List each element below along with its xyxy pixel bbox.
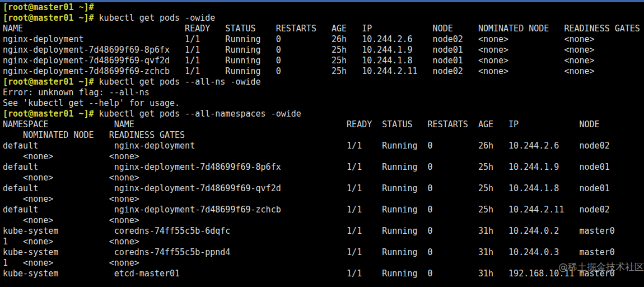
terminal-text: kubectl get pods -owide xyxy=(94,13,216,23)
terminal-text: nginx-deployment-7d48699f69-zchcb 1/1 Ru… xyxy=(3,66,595,76)
shell-prompt: [root@master01 ~]# xyxy=(3,2,94,12)
terminal-text: <none> <none> xyxy=(3,194,139,204)
terminal-line: nginx-deployment-7d48699f69-8p6fx 1/1 Ru… xyxy=(3,45,644,55)
terminal-text: <none> <none> xyxy=(3,151,139,161)
terminal-text: nginx-deployment-7d48699f69-qvf2d 1/1 Ru… xyxy=(3,55,595,66)
terminal-line: <none> <none> xyxy=(3,151,644,162)
terminal-text: nginx-deployment 1/1 Running 0 26h 10.24… xyxy=(3,34,595,44)
terminal-text: Error: unknown flag: --all-ns xyxy=(3,87,150,98)
terminal-line: [root@master01 ~]# xyxy=(3,2,644,13)
terminal-line: <none> <none> xyxy=(3,194,644,205)
terminal-text: <none> <none> xyxy=(3,215,139,225)
terminal-line: default nginx-deployment-7d48699f69-8p6f… xyxy=(3,162,644,173)
terminal-text: NAMESPACE NAME READY STATUS RESTARTS AGE… xyxy=(3,119,600,129)
terminal-text: kubectl get pods --all-namespaces -owide xyxy=(94,109,301,119)
terminal-line: 1 <none> <none> xyxy=(3,258,644,269)
terminal-line: <none> <none> xyxy=(3,215,644,226)
terminal-line: NAMESPACE NAME READY STATUS RESTARTS AGE… xyxy=(3,119,644,130)
terminal-text: NAME READY STATUS RESTARTS AGE IP NODE N… xyxy=(3,24,640,34)
terminal-text: kube-system coredns-74ff55c5b-6dqfc 1/1 … xyxy=(3,226,615,236)
terminal-window[interactable]: [root@master01 ~]#[root@master01 ~]# kub… xyxy=(0,0,644,287)
terminal-text: NOMINATED NODE READINESS GATES xyxy=(3,130,185,140)
terminal-line: [root@master01 ~]# kubectl get pods -owi… xyxy=(3,13,644,24)
terminal-text: default nginx-deployment-7d48699f69-8p6f… xyxy=(3,162,610,172)
terminal-line: default nginx-deployment 1/1 Running 0 2… xyxy=(3,141,644,151)
terminal-line: kube-system etcd-master01 1/1 Running 0 … xyxy=(3,269,644,279)
terminal-line: nginx-deployment-7d48699f69-zchcb 1/1 Ru… xyxy=(3,66,644,77)
terminal-line: default nginx-deployment-7d48699f69-zchc… xyxy=(3,205,644,215)
terminal-text: 1 <none> <none> xyxy=(3,237,139,247)
terminal-line: Error: unknown flag: --all-ns xyxy=(3,87,644,98)
terminal-line: See 'kubectl get --help' for usage. xyxy=(3,98,644,109)
terminal-text: <none> <none> xyxy=(3,173,139,183)
terminal-text: default nginx-deployment 1/1 Running 0 2… xyxy=(3,141,610,151)
terminal-line: nginx-deployment 1/1 Running 0 26h 10.24… xyxy=(3,34,644,45)
terminal-line: NOMINATED NODE READINESS GATES xyxy=(3,130,644,141)
watermark-text: @稀土掘金技术社区 xyxy=(558,262,644,272)
terminal-text: kubectl get pods --all-ns -owide xyxy=(94,77,261,87)
shell-prompt: [root@master01 ~]# xyxy=(3,13,94,23)
terminal-text: kube-system etcd-master01 1/1 Running 0 … xyxy=(3,269,615,279)
terminal-text: default nginx-deployment-7d48699f69-qvf2… xyxy=(3,183,610,193)
terminal-text: kube-system coredns-74ff55c5b-ppnd4 1/1 … xyxy=(3,247,615,257)
terminal-text: default nginx-deployment-7d48699f69-zchc… xyxy=(3,205,610,215)
terminal-line: NAME READY STATUS RESTARTS AGE IP NODE N… xyxy=(3,24,644,34)
terminal-text: See 'kubectl get --help' for usage. xyxy=(3,98,180,108)
shell-prompt: [root@master01 ~]# xyxy=(3,77,94,87)
terminal-line: kube-system coredns-74ff55c5b-ppnd4 1/1 … xyxy=(3,247,644,258)
terminal-line: nginx-deployment-7d48699f69-qvf2d 1/1 Ru… xyxy=(3,55,644,66)
terminal-line: [root@master01 ~]# kubectl get pods --al… xyxy=(3,109,644,119)
terminal-output: [root@master01 ~]#[root@master01 ~]# kub… xyxy=(3,2,644,279)
terminal-line: <none> <none> xyxy=(3,173,644,183)
shell-prompt: [root@master01 ~]# xyxy=(3,109,94,119)
terminal-text: 1 <none> <none> xyxy=(3,258,139,268)
terminal-line: default nginx-deployment-7d48699f69-qvf2… xyxy=(3,183,644,194)
terminal-line: kube-system coredns-74ff55c5b-6dqfc 1/1 … xyxy=(3,226,644,237)
terminal-text: nginx-deployment-7d48699f69-8p6fx 1/1 Ru… xyxy=(3,45,595,55)
terminal-line: [root@master01 ~]# kubectl get pods --al… xyxy=(3,77,644,87)
terminal-line: 1 <none> <none> xyxy=(3,237,644,247)
